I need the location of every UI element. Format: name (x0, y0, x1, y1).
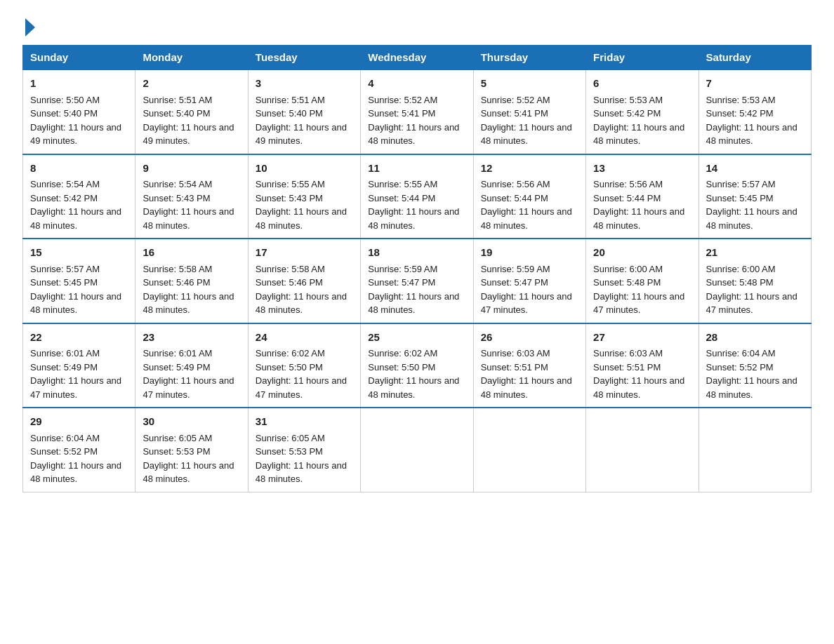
column-header-saturday: Saturday (699, 46, 811, 70)
daylight-text: Daylight: 11 hours and 48 minutes. (368, 121, 465, 148)
calendar-cell: 22 Sunrise: 6:01 AM Sunset: 5:49 PM Dayl… (23, 323, 135, 408)
calendar-cell: 3 Sunrise: 5:51 AM Sunset: 5:40 PM Dayli… (248, 69, 360, 154)
day-number: 5 (481, 76, 578, 92)
daylight-text: Daylight: 11 hours and 49 minutes. (30, 121, 128, 148)
sunset-text: Sunset: 5:43 PM (143, 192, 240, 206)
sunset-text: Sunset: 5:46 PM (143, 276, 240, 290)
calendar-table: SundayMondayTuesdayWednesdayThursdayFrid… (22, 45, 812, 492)
daylight-text: Daylight: 11 hours and 49 minutes. (143, 121, 240, 148)
day-number: 16 (143, 245, 240, 261)
sunrise-text: Sunrise: 5:56 AM (481, 177, 578, 192)
day-number: 17 (256, 245, 353, 261)
daylight-text: Daylight: 11 hours and 48 minutes. (706, 121, 804, 148)
sunrise-text: Sunrise: 5:54 AM (30, 177, 128, 192)
week-row-5: 29 Sunrise: 6:04 AM Sunset: 5:52 PM Dayl… (23, 408, 812, 492)
day-number: 15 (30, 245, 128, 261)
sunset-text: Sunset: 5:41 PM (481, 107, 578, 121)
sunrise-text: Sunrise: 6:02 AM (256, 347, 353, 361)
day-number: 8 (30, 161, 128, 177)
calendar-cell: 30 Sunrise: 6:05 AM Sunset: 5:53 PM Dayl… (135, 408, 248, 492)
calendar-cell: 19 Sunrise: 5:59 AM Sunset: 5:47 PM Dayl… (473, 239, 585, 323)
logo-general-text (22, 20, 35, 36)
daylight-text: Daylight: 11 hours and 47 minutes. (256, 374, 353, 401)
sunrise-text: Sunrise: 5:55 AM (368, 177, 465, 192)
daylight-text: Daylight: 11 hours and 48 minutes. (30, 290, 128, 317)
sunset-text: Sunset: 5:44 PM (368, 192, 465, 206)
day-number: 6 (593, 76, 691, 92)
day-number: 18 (368, 245, 465, 261)
sunset-text: Sunset: 5:49 PM (143, 361, 240, 375)
sunset-text: Sunset: 5:47 PM (368, 276, 465, 290)
daylight-text: Daylight: 11 hours and 48 minutes. (256, 459, 353, 486)
sunrise-text: Sunrise: 5:52 AM (481, 93, 578, 107)
sunrise-text: Sunrise: 5:58 AM (256, 262, 353, 276)
week-row-1: 1 Sunrise: 5:50 AM Sunset: 5:40 PM Dayli… (23, 69, 812, 154)
calendar-cell: 24 Sunrise: 6:02 AM Sunset: 5:50 PM Dayl… (248, 323, 360, 408)
daylight-text: Daylight: 11 hours and 48 minutes. (143, 290, 240, 317)
calendar-cell: 26 Sunrise: 6:03 AM Sunset: 5:51 PM Dayl… (473, 323, 585, 408)
day-number: 10 (256, 161, 353, 177)
sunset-text: Sunset: 5:43 PM (256, 192, 353, 206)
daylight-text: Daylight: 11 hours and 48 minutes. (593, 205, 691, 232)
day-number: 29 (30, 414, 128, 430)
day-number: 25 (368, 330, 465, 346)
day-number: 14 (706, 161, 804, 177)
day-number: 1 (30, 76, 128, 92)
calendar-cell: 17 Sunrise: 5:58 AM Sunset: 5:46 PM Dayl… (248, 239, 360, 323)
column-header-sunday: Sunday (23, 46, 135, 70)
daylight-text: Daylight: 11 hours and 48 minutes. (368, 374, 465, 401)
column-header-thursday: Thursday (473, 46, 585, 70)
sunrise-text: Sunrise: 6:02 AM (368, 347, 465, 361)
sunrise-text: Sunrise: 6:04 AM (706, 347, 804, 361)
sunrise-text: Sunrise: 5:56 AM (593, 177, 691, 192)
sunset-text: Sunset: 5:40 PM (256, 107, 353, 121)
day-number: 24 (256, 330, 353, 346)
sunrise-text: Sunrise: 5:58 AM (143, 262, 240, 276)
daylight-text: Daylight: 11 hours and 48 minutes. (256, 290, 353, 317)
calendar-cell: 6 Sunrise: 5:53 AM Sunset: 5:42 PM Dayli… (586, 69, 699, 154)
sunrise-text: Sunrise: 5:59 AM (481, 262, 578, 276)
daylight-text: Daylight: 11 hours and 48 minutes. (481, 205, 578, 232)
calendar-cell: 23 Sunrise: 6:01 AM Sunset: 5:49 PM Dayl… (135, 323, 248, 408)
sunrise-text: Sunrise: 5:57 AM (706, 177, 804, 192)
daylight-text: Daylight: 11 hours and 48 minutes. (256, 205, 353, 232)
sunset-text: Sunset: 5:42 PM (593, 107, 691, 121)
sunset-text: Sunset: 5:49 PM (30, 361, 128, 375)
daylight-text: Daylight: 11 hours and 48 minutes. (593, 374, 691, 401)
sunrise-text: Sunrise: 5:51 AM (143, 93, 240, 107)
calendar-cell: 27 Sunrise: 6:03 AM Sunset: 5:51 PM Dayl… (586, 323, 699, 408)
sunset-text: Sunset: 5:42 PM (706, 107, 804, 121)
column-header-monday: Monday (135, 46, 248, 70)
sunset-text: Sunset: 5:41 PM (368, 107, 465, 121)
sunset-text: Sunset: 5:51 PM (481, 361, 578, 375)
day-number: 21 (706, 245, 804, 261)
calendar-cell: 18 Sunrise: 5:59 AM Sunset: 5:47 PM Dayl… (361, 239, 473, 323)
day-number: 7 (706, 76, 804, 92)
sunset-text: Sunset: 5:48 PM (706, 276, 804, 290)
logo (22, 20, 35, 34)
calendar-cell: 4 Sunrise: 5:52 AM Sunset: 5:41 PM Dayli… (361, 69, 473, 154)
week-row-3: 15 Sunrise: 5:57 AM Sunset: 5:45 PM Dayl… (23, 239, 812, 323)
daylight-text: Daylight: 11 hours and 48 minutes. (593, 121, 691, 148)
sunset-text: Sunset: 5:45 PM (706, 192, 804, 206)
calendar-cell: 8 Sunrise: 5:54 AM Sunset: 5:42 PM Dayli… (23, 154, 135, 239)
day-number: 23 (143, 330, 240, 346)
sunset-text: Sunset: 5:50 PM (368, 361, 465, 375)
sunset-text: Sunset: 5:44 PM (593, 192, 691, 206)
day-number: 30 (143, 414, 240, 430)
day-number: 22 (30, 330, 128, 346)
daylight-text: Daylight: 11 hours and 47 minutes. (481, 290, 578, 317)
sunrise-text: Sunrise: 6:04 AM (30, 431, 128, 445)
sunrise-text: Sunrise: 5:51 AM (256, 93, 353, 107)
sunrise-text: Sunrise: 5:53 AM (593, 93, 691, 107)
column-header-tuesday: Tuesday (248, 46, 360, 70)
calendar-cell: 29 Sunrise: 6:04 AM Sunset: 5:52 PM Dayl… (23, 408, 135, 492)
calendar-cell: 12 Sunrise: 5:56 AM Sunset: 5:44 PM Dayl… (473, 154, 585, 239)
calendar-cell: 11 Sunrise: 5:55 AM Sunset: 5:44 PM Dayl… (361, 154, 473, 239)
calendar-cell (699, 408, 811, 492)
sunrise-text: Sunrise: 5:50 AM (30, 93, 128, 107)
sunrise-text: Sunrise: 5:59 AM (368, 262, 465, 276)
sunrise-text: Sunrise: 6:00 AM (593, 262, 691, 276)
day-number: 28 (706, 330, 804, 346)
calendar-cell: 1 Sunrise: 5:50 AM Sunset: 5:40 PM Dayli… (23, 69, 135, 154)
